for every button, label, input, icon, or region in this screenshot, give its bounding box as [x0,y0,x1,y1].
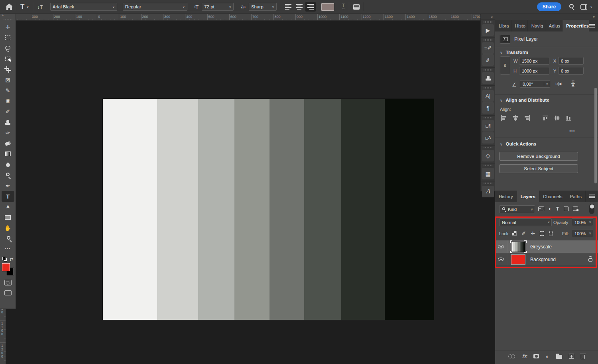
3d-panel-button[interactable]: ◇ [482,150,494,161]
fill-field[interactable]: 100%∨ [572,230,593,237]
delete-layer-button[interactable] [581,354,585,359]
canvas-area[interactable] [6,21,480,364]
drag-grip[interactable] [484,117,492,118]
brush-settings-panel-button[interactable]: ≡✐ [482,42,494,54]
text-orientation-icon[interactable]: ↓T [37,4,43,10]
panel-menu-button[interactable] [589,191,598,202]
align-button-5[interactable] [566,115,572,122]
foreground-color-swatch[interactable] [2,263,10,271]
drag-grip[interactable] [484,69,492,71]
spot-healing-brush-tool[interactable]: ✺ [2,96,14,107]
align-text-left-button[interactable] [283,2,293,12]
align-button-1[interactable] [512,115,519,122]
link-layers-button[interactable] [508,354,515,358]
lock-artboard-button[interactable] [540,231,544,236]
tab-channels[interactable]: Channels [539,191,567,202]
lock-position-button[interactable]: ✛ [531,231,535,236]
drag-grip[interactable] [4,19,12,20]
pen-tool[interactable]: ✒ [2,181,14,191]
tab-layers[interactable]: Layers [517,191,539,202]
width-field[interactable]: 1500 px [519,57,549,65]
font-style-select[interactable]: Regular∨ [123,3,187,11]
layer-visibility-toggle[interactable] [495,253,507,266]
hand-tool[interactable]: ✋ [2,223,14,234]
panel-menu-button[interactable] [589,20,598,31]
filter-shape-button[interactable] [564,207,568,211]
layer-thumbnail[interactable] [511,254,525,265]
layer-row-background[interactable]: Background [495,253,598,266]
rotation-field[interactable]: 0,00°∨ [520,80,550,88]
y-field[interactable]: 0 px [558,67,584,75]
align-button-3[interactable] [543,115,549,122]
object-selection-tool[interactable] [2,54,14,65]
paragraph-panel-button[interactable]: ¶ [482,102,494,114]
height-field[interactable]: 1000 px [519,67,549,75]
workspace-switcher-icon[interactable]: ∨ [580,4,592,10]
glyphs-panel-button[interactable]: A [482,186,494,197]
text-color-swatch[interactable] [321,3,334,11]
align-text-center-button[interactable] [294,2,305,12]
eraser-tool[interactable] [2,138,14,149]
new-group-button[interactable] [556,354,562,359]
font-family-select[interactable]: Arial Black∨ [50,3,117,11]
layer-thumbnail[interactable] [511,242,525,252]
align-button-2[interactable] [524,115,530,122]
align-section-header[interactable]: ∨Align and Distribute [500,98,549,102]
filter-smart-object-button[interactable] [573,207,578,211]
brush-tool[interactable]: ✐ [2,106,14,117]
type-tool[interactable]: T [2,191,14,202]
paragraph-styles-panel-button[interactable]: ◻¶ [482,120,494,132]
blend-mode-select[interactable]: Normal∨ [499,218,552,226]
anti-alias-select[interactable]: Sharp∨ [249,3,277,11]
gradient-tool[interactable] [2,149,14,159]
remove-background-button[interactable]: Remove Background [499,152,578,161]
align-more-button[interactable]: ••• [569,128,575,133]
type-tool-preset-icon[interactable]: T ∨ [20,3,29,11]
tab-properties[interactable]: Properties [563,20,589,31]
drag-grip[interactable] [484,87,492,89]
lasso-tool[interactable] [2,43,14,54]
select-subject-button[interactable]: Select Subject [499,164,578,173]
dodge-tool[interactable] [2,170,14,181]
expand-panels-icon[interactable]: » [495,14,598,20]
toggle-panels-icon[interactable] [353,4,360,10]
drag-grip[interactable] [484,21,492,23]
opacity-field[interactable]: 100%∨ [572,218,593,226]
x-field[interactable]: 0 px [558,57,584,65]
filter-adjustment-button[interactable]: ◐ [549,206,552,211]
new-layer-button[interactable] [569,354,574,359]
scrollbar-thumb[interactable] [594,88,597,183]
drag-grip[interactable] [484,165,492,166]
share-button[interactable]: Share [537,2,561,11]
filter-image-button[interactable] [538,207,544,211]
tab-paths[interactable]: Paths [566,191,585,202]
transform-section-header[interactable]: ∨Transform [500,50,528,55]
layer-effects-button[interactable]: fx [522,353,527,359]
home-icon[interactable] [6,4,12,10]
screen-mode-button[interactable] [4,290,12,296]
rectangle-tool[interactable] [2,212,14,223]
move-tool[interactable]: ✛ [2,22,14,33]
drag-grip[interactable] [484,147,492,148]
lock-image-pixels-button[interactable]: ✐ [521,231,526,236]
default-colors-icon[interactable] [2,257,7,262]
collapse-dock-icon[interactable]: « [481,14,495,20]
quick-actions-header[interactable]: ∨Quick Actions [500,142,537,146]
character-styles-panel-button[interactable]: ◻A [482,132,494,144]
quick-mask-button[interactable] [4,280,12,285]
eyedropper-tool[interactable]: ✎ [2,85,14,96]
layer-row-greyscale[interactable]: Greyscale [495,240,598,253]
document-canvas[interactable] [103,99,434,320]
horizontal-ruler[interactable]: 4003002001000100200300400500600700800900… [6,14,480,21]
lock-all-button[interactable] [549,231,553,236]
rectangular-marquee-tool[interactable] [2,33,14,43]
align-button-0[interactable] [501,115,507,122]
tab-history[interactable]: History [495,191,517,202]
align-button-4[interactable] [554,115,561,122]
character-panel-button[interactable]: A| [482,90,494,102]
layer-visibility-toggle[interactable] [495,240,507,253]
layer-filter-select[interactable]: Kind ∨ [499,205,535,213]
lock-transparent-pixels-button[interactable] [512,231,517,236]
tab-libra[interactable]: Libra [495,20,511,31]
more-tools[interactable]: ••• [2,244,14,255]
